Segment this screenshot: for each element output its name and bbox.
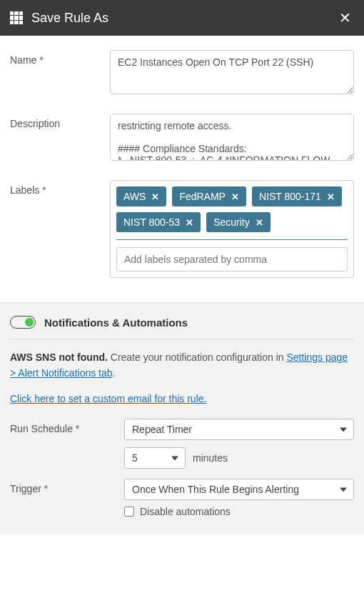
label-chips: AWS ✕ FedRAMP ✕ NIST 800-171 ✕ NIST 800-… — [116, 186, 348, 240]
dialog-header: Save Rule As ✕ — [0, 0, 364, 36]
section-title: Notifications & Automations — [44, 317, 188, 329]
remove-chip-icon[interactable]: ✕ — [327, 191, 335, 202]
description-input[interactable] — [110, 114, 354, 161]
label-chip[interactable]: FedRAMP ✕ — [172, 186, 246, 206]
labels-input[interactable] — [116, 247, 348, 271]
label-chip[interactable]: AWS ✕ — [116, 186, 166, 206]
run-schedule-label: Run Schedule * — [10, 419, 124, 434]
close-icon[interactable]: ✕ — [336, 9, 354, 26]
chip-text: AWS — [123, 191, 146, 202]
name-label: Name * — [10, 50, 110, 96]
interval-unit: minutes — [193, 452, 228, 464]
labels-box: AWS ✕ FedRAMP ✕ NIST 800-171 ✕ NIST 800-… — [110, 180, 354, 278]
sns-notice: AWS SNS not found. Create your notificat… — [10, 339, 354, 384]
name-row: Name * — [10, 50, 354, 96]
chip-text: NIST 800-171 — [259, 191, 321, 202]
notifications-toggle[interactable] — [10, 316, 36, 329]
disable-automations-checkbox[interactable] — [124, 507, 134, 517]
label-chip[interactable]: NIST 800-171 ✕ — [252, 186, 342, 206]
remove-chip-icon[interactable]: ✕ — [186, 217, 193, 228]
toggle-knob — [25, 318, 34, 327]
notice-strong: AWS SNS not found. — [10, 352, 108, 363]
label-chip[interactable]: Security ✕ — [206, 212, 271, 232]
name-input[interactable] — [110, 50, 354, 94]
trigger-row: Trigger * Once When This Rule Begins Ale… — [10, 479, 354, 517]
chip-text: FedRAMP — [179, 191, 226, 202]
remove-chip-icon[interactable]: ✕ — [231, 191, 239, 202]
trigger-select[interactable]: Once When This Rule Begins Alerting — [124, 479, 354, 500]
run-schedule-row: Run Schedule * Repeat Timer 5 minutes — [10, 419, 354, 469]
description-row: Description — [10, 114, 354, 163]
dialog-title: Save Rule As — [31, 11, 336, 26]
section-header: Notifications & Automations — [10, 316, 354, 339]
labels-row: Labels * AWS ✕ FedRAMP ✕ NIST 800-171 ✕ — [10, 180, 354, 278]
interval-select[interactable]: 5 — [124, 447, 186, 469]
remove-chip-icon[interactable]: ✕ — [151, 191, 159, 202]
remove-chip-icon[interactable]: ✕ — [256, 217, 263, 228]
custom-email-link[interactable]: Click here to set a custom email for thi… — [10, 393, 206, 404]
chip-text: Security — [213, 216, 250, 228]
disable-automations-label: Disable automations — [140, 506, 231, 517]
run-schedule-select[interactable]: Repeat Timer — [124, 419, 354, 440]
notice-period: . — [113, 367, 116, 379]
notice-text: Create your notification configuration i… — [108, 352, 287, 363]
description-label: Description — [10, 114, 110, 163]
label-chip[interactable]: NIST 800-53 ✕ — [116, 212, 201, 232]
form-body: Name * Description Labels * AWS ✕ FedRAM… — [0, 36, 364, 302]
grid-icon — [10, 11, 23, 24]
labels-label: Labels * — [10, 180, 110, 278]
notifications-section: Notifications & Automations AWS SNS not … — [0, 302, 364, 534]
chip-text: NIST 800-53 — [123, 216, 180, 228]
trigger-label: Trigger * — [10, 479, 124, 494]
